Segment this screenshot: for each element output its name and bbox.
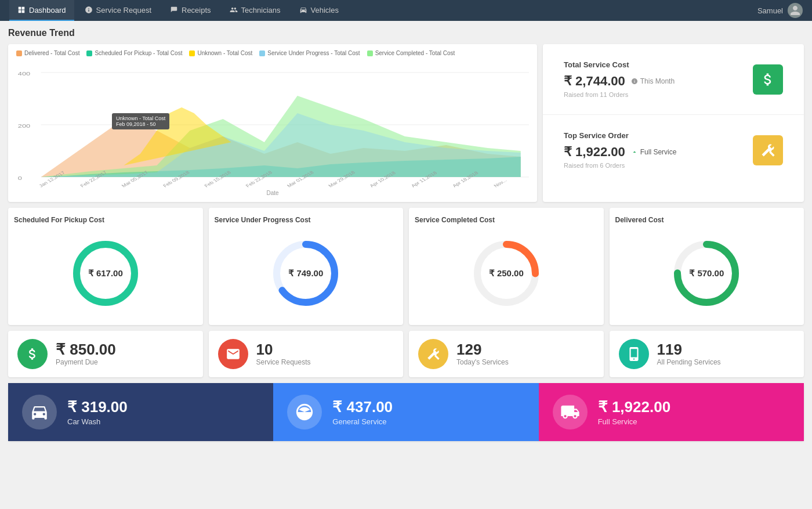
legend-scheduled: Scheduled For Pickup - Total Cost <box>86 50 182 56</box>
username-label: Samuel <box>757 6 783 15</box>
legend-under-progress: Service Under Progress - Total Cost <box>259 50 360 56</box>
donut-scheduled-value: ₹ 617.00 <box>88 268 123 279</box>
nav-right: Samuel <box>757 3 803 18</box>
top-service-order-section: Top Service Order ₹ 1,922.00 Full Servic… <box>543 115 804 185</box>
nav-item-technicians[interactable]: Technicians <box>222 0 289 21</box>
top-service-order-label: Full Service <box>640 148 677 156</box>
legend-dot-under-progress <box>259 50 265 56</box>
full-service-amount: ₹ 1,922.00 <box>598 398 670 416</box>
revenue-chart-card: Delivered - Total Cost Scheduled For Pic… <box>8 44 537 202</box>
service-requests-icon-circle <box>218 339 248 369</box>
donut-scheduled-title: Scheduled For Pickup Cost <box>14 216 197 224</box>
car-wash-text: ₹ 319.00 Car Wash <box>67 398 128 426</box>
car-wash-label: Car Wash <box>67 417 128 426</box>
service-requests-text: 10 Service Requests <box>256 342 311 366</box>
top-service-order-amount: ₹ 1,922.00 <box>564 145 625 160</box>
navbar: Dashboard Service Request Receipts Techn… <box>0 0 812 21</box>
money-bag-icon <box>760 71 776 88</box>
service-requests-num: 10 <box>256 342 311 357</box>
donut-under-progress-title: Service Under Progress Cost <box>215 216 398 224</box>
service-requests-label: Service Requests <box>256 358 311 366</box>
donut-completed-title: Service Completed Cost <box>415 216 598 224</box>
donut-under-progress: Service Under Progress Cost ₹ 749.00 <box>209 208 404 325</box>
pending-services-icon-circle <box>619 339 649 369</box>
bottom-stats-row: ₹ 850.00 Payment Due 10 Service Requests… <box>8 331 804 377</box>
todays-services-text: 129 Today's Services <box>456 342 509 366</box>
general-service-icon-circle <box>287 395 322 429</box>
nav-item-service-request[interactable]: Service Request <box>77 0 160 21</box>
pending-services-num: 119 <box>657 342 721 357</box>
money-icon <box>25 346 40 362</box>
payment-due-amount: ₹ 850.00 <box>56 342 116 357</box>
total-service-cost-card: Total Service Cost ₹ 2,744.00 This Month… <box>553 51 793 107</box>
todays-services-label: Today's Services <box>456 358 509 366</box>
donut-under-progress-container: ₹ 749.00 <box>215 230 398 317</box>
nav-item-receipts[interactable]: Receipts <box>162 0 219 21</box>
total-service-cost-sub: Raised from 11 Orders <box>564 91 675 98</box>
nav-item-vehicles[interactable]: Vehicles <box>291 0 347 21</box>
general-service-amount: ₹ 437.00 <box>332 398 393 416</box>
svg-text:0: 0 <box>18 175 22 181</box>
general-service-label: General Service <box>332 417 393 426</box>
donut-delivered-value: ₹ 570.00 <box>689 268 724 279</box>
chart-x-label: Date <box>16 190 529 196</box>
donut-completed-container: ₹ 250.00 <box>415 230 598 317</box>
total-service-cost-section: Total Service Cost ₹ 2,744.00 This Month… <box>543 44 804 115</box>
top-service-order-title: Top Service Order <box>564 131 676 140</box>
mail-icon <box>226 346 241 362</box>
chart-area: 400 200 0 <box>16 61 529 189</box>
payment-due-label: Payment Due <box>56 358 116 366</box>
chart-legend: Delivered - Total Cost Scheduled For Pic… <box>16 50 529 56</box>
donut-scheduled: Scheduled For Pickup Cost ₹ 617.00 <box>8 208 203 325</box>
avatar <box>788 3 803 18</box>
legend-dot-completed <box>367 50 373 56</box>
truck-icon <box>560 402 580 422</box>
donut-row: Scheduled For Pickup Cost ₹ 617.00 Servi… <box>8 208 804 325</box>
steering-icon <box>295 402 314 422</box>
svg-text:Nov...: Nov... <box>492 178 508 189</box>
legend-dot-delivered <box>16 50 22 56</box>
revenue-trend-title: Revenue Trend <box>8 28 804 38</box>
svg-text:200: 200 <box>18 123 30 129</box>
car-icon <box>30 402 49 422</box>
legend-unknown: Unknown - Total Cost <box>189 50 252 56</box>
legend-completed: Service Completed - Total Cost <box>367 50 455 56</box>
donut-delivered-container: ₹ 570.00 <box>615 230 799 317</box>
right-stats-card: Total Service Cost ₹ 2,744.00 This Month… <box>543 44 804 202</box>
wrench-icon-2 <box>426 346 441 362</box>
wrench-icon <box>760 142 776 158</box>
service-type-full[interactable]: ₹ 1,922.00 Full Service <box>539 383 804 441</box>
full-service-text: ₹ 1,922.00 Full Service <box>598 398 670 426</box>
payment-due-text: ₹ 850.00 Payment Due <box>56 342 116 366</box>
pending-services-label: All Pending Services <box>657 358 721 366</box>
top-row: Delivered - Total Cost Scheduled For Pic… <box>8 44 804 202</box>
total-service-cost-title: Total Service Cost <box>564 60 675 69</box>
stat-pending-services: 119 All Pending Services <box>610 331 804 377</box>
legend-dot-scheduled <box>86 50 92 56</box>
payment-due-icon-circle <box>17 339 48 369</box>
service-type-row: ₹ 319.00 Car Wash ₹ 437.00 General Servi… <box>8 383 804 441</box>
legend-delivered: Delivered - Total Cost <box>16 50 79 56</box>
donut-delivered: Delivered Cost ₹ 570.00 <box>610 208 804 325</box>
total-service-cost-icon-box <box>753 64 783 95</box>
nav-items: Dashboard Service Request Receipts Techn… <box>9 0 757 21</box>
svg-text:400: 400 <box>18 71 30 77</box>
donut-delivered-title: Delivered Cost <box>615 216 799 224</box>
stat-todays-services: 129 Today's Services <box>409 331 604 377</box>
stat-payment-due: ₹ 850.00 Payment Due <box>8 331 203 377</box>
nav-item-dashboard[interactable]: Dashboard <box>9 0 74 21</box>
donut-under-progress-value: ₹ 749.00 <box>288 268 323 279</box>
main-content: Revenue Trend Delivered - Total Cost Sch… <box>0 21 812 448</box>
top-service-order-content: Top Service Order ₹ 1,922.00 Full Servic… <box>564 131 676 169</box>
car-wash-amount: ₹ 319.00 <box>67 398 128 416</box>
top-service-order-sub: Raised from 6 Orders <box>564 162 676 169</box>
todays-services-icon-circle <box>418 339 448 369</box>
service-type-general[interactable]: ₹ 437.00 General Service <box>273 383 538 441</box>
chart-svg: 400 200 0 <box>16 61 529 189</box>
service-type-car-wash[interactable]: ₹ 319.00 Car Wash <box>8 383 273 441</box>
pending-services-text: 119 All Pending Services <box>657 342 721 366</box>
car-wash-icon-circle <box>22 395 57 429</box>
top-service-order-card: Top Service Order ₹ 1,922.00 Full Servic… <box>553 122 793 178</box>
general-service-text: ₹ 437.00 General Service <box>332 398 393 426</box>
donut-completed-value: ₹ 250.00 <box>489 268 524 279</box>
